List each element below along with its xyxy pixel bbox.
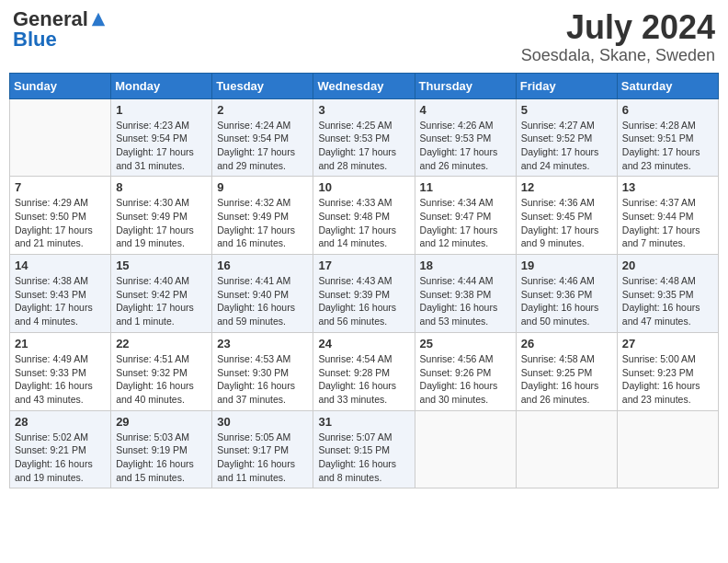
day-detail: Sunrise: 4:48 AMSunset: 9:35 PMDaylight:… (622, 274, 713, 328)
day-detail: Sunrise: 4:58 AMSunset: 9:25 PMDaylight:… (521, 352, 612, 407)
day-number: 15 (116, 259, 207, 272)
calendar-cell (415, 410, 516, 488)
day-of-week-header: Saturday (617, 73, 718, 98)
day-detail: Sunrise: 4:26 AMSunset: 9:53 PMDaylight:… (420, 119, 511, 173)
calendar-cell: 7Sunrise: 4:29 AMSunset: 9:50 PMDaylight… (10, 177, 111, 255)
day-detail: Sunrise: 5:07 AMSunset: 9:15 PMDaylight:… (318, 431, 409, 485)
calendar-cell: 9Sunrise: 4:32 AMSunset: 9:49 PMDaylight… (212, 177, 313, 255)
day-number: 9 (217, 180, 308, 194)
calendar-cell: 29Sunrise: 5:03 AMSunset: 9:19 PMDayligh… (111, 410, 212, 488)
calendar-week-row: 21Sunrise: 4:49 AMSunset: 9:33 PMDayligh… (10, 332, 719, 410)
day-detail: Sunrise: 4:33 AMSunset: 9:48 PMDaylight:… (318, 196, 409, 250)
day-detail: Sunrise: 4:25 AMSunset: 9:53 PMDaylight:… (318, 119, 409, 173)
day-number: 19 (521, 259, 612, 272)
calendar-cell: 25Sunrise: 4:56 AMSunset: 9:26 PMDayligh… (415, 332, 516, 410)
calendar-cell: 26Sunrise: 4:58 AMSunset: 9:25 PMDayligh… (516, 332, 617, 410)
title-block: July 2024 Soesdala, Skane, Sweden (521, 9, 715, 65)
day-detail: Sunrise: 5:00 AMSunset: 9:23 PMDaylight:… (622, 352, 713, 407)
day-number: 7 (15, 180, 106, 194)
day-number: 16 (217, 259, 308, 272)
subtitle: Soesdala, Skane, Sweden (521, 46, 715, 65)
day-of-week-header: Wednesday (313, 73, 415, 98)
day-detail: Sunrise: 4:34 AMSunset: 9:47 PMDaylight:… (420, 196, 511, 250)
day-detail: Sunrise: 4:56 AMSunset: 9:26 PMDaylight:… (420, 352, 511, 407)
day-number: 22 (116, 337, 207, 350)
day-number: 3 (318, 103, 409, 117)
day-number: 5 (521, 103, 612, 117)
day-number: 13 (622, 180, 713, 194)
day-detail: Sunrise: 4:38 AMSunset: 9:43 PMDaylight:… (15, 274, 106, 328)
logo-general-text: General (13, 9, 88, 29)
calendar-cell: 13Sunrise: 4:37 AMSunset: 9:44 PMDayligh… (617, 177, 718, 255)
day-number: 14 (15, 259, 106, 272)
calendar-cell (516, 410, 617, 488)
day-detail: Sunrise: 4:32 AMSunset: 9:49 PMDaylight:… (217, 196, 308, 250)
calendar-cell: 11Sunrise: 4:34 AMSunset: 9:47 PMDayligh… (415, 177, 516, 255)
day-number: 25 (420, 337, 511, 350)
day-number: 26 (521, 337, 612, 350)
calendar-cell: 4Sunrise: 4:26 AMSunset: 9:53 PMDaylight… (415, 98, 516, 177)
day-detail: Sunrise: 4:40 AMSunset: 9:42 PMDaylight:… (116, 274, 207, 328)
day-detail: Sunrise: 4:30 AMSunset: 9:49 PMDaylight:… (116, 196, 207, 250)
day-of-week-header: Sunday (10, 73, 111, 98)
calendar-cell: 20Sunrise: 4:48 AMSunset: 9:35 PMDayligh… (617, 255, 718, 333)
calendar-cell: 31Sunrise: 5:07 AMSunset: 9:15 PMDayligh… (313, 410, 415, 488)
day-detail: Sunrise: 4:28 AMSunset: 9:51 PMDaylight:… (622, 119, 713, 173)
calendar-cell: 17Sunrise: 4:43 AMSunset: 9:39 PMDayligh… (313, 255, 415, 333)
calendar-cell: 23Sunrise: 4:53 AMSunset: 9:30 PMDayligh… (212, 332, 313, 410)
day-number: 28 (15, 415, 106, 429)
day-number: 11 (420, 180, 511, 194)
day-number: 2 (217, 103, 308, 117)
calendar-cell: 15Sunrise: 4:40 AMSunset: 9:42 PMDayligh… (111, 255, 212, 333)
day-of-week-header: Friday (516, 73, 617, 98)
calendar-cell: 5Sunrise: 4:27 AMSunset: 9:52 PMDaylight… (516, 98, 617, 177)
day-number: 4 (420, 103, 511, 117)
day-detail: Sunrise: 4:36 AMSunset: 9:45 PMDaylight:… (521, 196, 612, 250)
main-title: July 2024 (521, 9, 715, 46)
calendar-cell: 19Sunrise: 4:46 AMSunset: 9:36 PMDayligh… (516, 255, 617, 333)
svg-marker-0 (92, 13, 105, 26)
calendar-cell: 14Sunrise: 4:38 AMSunset: 9:43 PMDayligh… (10, 255, 111, 333)
calendar-cell: 12Sunrise: 4:36 AMSunset: 9:45 PMDayligh… (516, 177, 617, 255)
day-number: 29 (116, 415, 207, 429)
day-detail: Sunrise: 4:29 AMSunset: 9:50 PMDaylight:… (15, 196, 106, 250)
day-number: 8 (116, 180, 207, 194)
page-header: General Blue July 2024 Soesdala, Skane, … (9, 9, 719, 65)
day-of-week-header: Thursday (415, 73, 516, 98)
day-detail: Sunrise: 5:03 AMSunset: 9:19 PMDaylight:… (116, 431, 207, 485)
day-detail: Sunrise: 4:23 AMSunset: 9:54 PMDaylight:… (116, 119, 207, 173)
calendar-cell: 16Sunrise: 4:41 AMSunset: 9:40 PMDayligh… (212, 255, 313, 333)
day-detail: Sunrise: 4:24 AMSunset: 9:54 PMDaylight:… (217, 119, 308, 173)
calendar-week-row: 1Sunrise: 4:23 AMSunset: 9:54 PMDaylight… (10, 98, 719, 177)
day-number: 20 (622, 259, 713, 272)
calendar-cell: 10Sunrise: 4:33 AMSunset: 9:48 PMDayligh… (313, 177, 415, 255)
calendar-cell: 28Sunrise: 5:02 AMSunset: 9:21 PMDayligh… (10, 410, 111, 488)
day-detail: Sunrise: 4:44 AMSunset: 9:38 PMDaylight:… (420, 274, 511, 328)
day-detail: Sunrise: 5:05 AMSunset: 9:17 PMDaylight:… (217, 431, 308, 485)
day-number: 6 (622, 103, 713, 117)
calendar-week-row: 28Sunrise: 5:02 AMSunset: 9:21 PMDayligh… (10, 410, 719, 488)
calendar-cell: 27Sunrise: 5:00 AMSunset: 9:23 PMDayligh… (617, 332, 718, 410)
day-detail: Sunrise: 4:53 AMSunset: 9:30 PMDaylight:… (217, 352, 308, 407)
day-detail: Sunrise: 4:54 AMSunset: 9:28 PMDaylight:… (318, 352, 409, 407)
day-number: 31 (318, 415, 409, 429)
logo-blue-text: Blue (13, 29, 57, 50)
day-number: 18 (420, 259, 511, 272)
calendar-week-row: 14Sunrise: 4:38 AMSunset: 9:43 PMDayligh… (10, 255, 719, 333)
calendar-table: SundayMondayTuesdayWednesdayThursdayFrid… (9, 73, 719, 489)
calendar-cell: 6Sunrise: 4:28 AMSunset: 9:51 PMDaylight… (617, 98, 718, 177)
day-detail: Sunrise: 4:51 AMSunset: 9:32 PMDaylight:… (116, 352, 207, 407)
day-number: 10 (318, 180, 409, 194)
logo: General Blue (13, 9, 107, 50)
day-number: 17 (318, 259, 409, 272)
day-detail: Sunrise: 4:37 AMSunset: 9:44 PMDaylight:… (622, 196, 713, 250)
day-detail: Sunrise: 4:46 AMSunset: 9:36 PMDaylight:… (521, 274, 612, 328)
day-number: 23 (217, 337, 308, 350)
day-of-week-header: Tuesday (212, 73, 313, 98)
calendar-cell: 1Sunrise: 4:23 AMSunset: 9:54 PMDaylight… (111, 98, 212, 177)
day-number: 1 (116, 103, 207, 117)
day-number: 12 (521, 180, 612, 194)
day-detail: Sunrise: 5:02 AMSunset: 9:21 PMDaylight:… (15, 431, 106, 485)
calendar-cell: 24Sunrise: 4:54 AMSunset: 9:28 PMDayligh… (313, 332, 415, 410)
calendar-cell (10, 98, 111, 177)
